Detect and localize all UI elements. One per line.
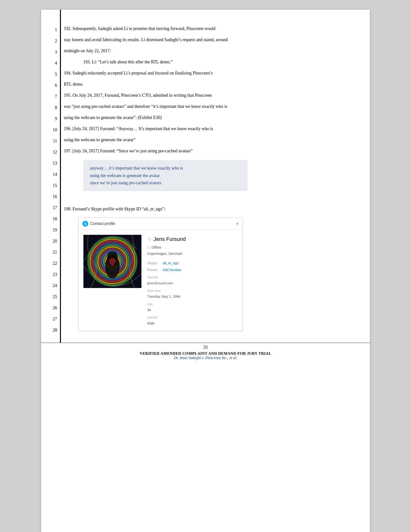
para-196-text2: using the webcam to generate the avatar” <box>64 136 136 143</box>
line-3: 3 <box>41 47 60 57</box>
skype-profile: S Contact profile × <box>78 218 243 331</box>
para-197: 197. [July 24, 2017] Fursund: “Since we’… <box>64 147 355 158</box>
para-195-text1: 195. On July 24, 2017, Fursund, Pinscree… <box>64 92 212 99</box>
phone-value: Add Number <box>162 268 182 272</box>
para-194-text2: RTL demo. <box>64 81 84 88</box>
spacer-line16 <box>64 193 355 205</box>
skype-id-label: Skype: <box>147 260 162 266</box>
line-20: 20 <box>41 236 60 247</box>
para-194-line2: RTL demo. <box>64 80 355 91</box>
skype-header-left: S Contact profile <box>83 220 115 227</box>
page-number: 33 <box>56 345 355 350</box>
line-numbers: 1 2 3 4 5 6 7 8 9 10 11 12 13 14 15 16 1… <box>41 10 60 343</box>
para-196-line1: 196. [July 24, 2017] Fursund: “Anyway… I… <box>64 124 355 135</box>
skype-avatar-image <box>84 235 141 288</box>
para-195-line1: 195. On July 24, 2017, Fursund, Pinscree… <box>64 91 355 102</box>
para-192-text2: stay honest and avoid fabricating its re… <box>64 36 228 43</box>
skype-contact-info: ☆ Jens Fursund Offline Copenhagen, Denma… <box>147 235 238 326</box>
footer-subtitle: Dr. Iman Sadeghi v. Pinscreen Inc., et a… <box>56 356 355 360</box>
line-18: 18 <box>41 213 60 224</box>
line-7: 7 <box>41 91 60 102</box>
chat-bubble: anyway… it’s important that we know exac… <box>83 160 248 191</box>
line-27: 27 <box>41 314 60 324</box>
line-12: 12 <box>41 147 60 158</box>
para-192-line2: stay honest and avoid fabricating its re… <box>64 35 355 47</box>
website-label: Website <box>147 275 238 280</box>
para-197-text: 197. [July 24, 2017] Fursund: “Since we’… <box>64 148 193 154</box>
line-9: 9 <box>41 113 60 124</box>
line-2: 2 <box>41 35 60 47</box>
line-21: 21 <box>41 247 60 258</box>
skype-id-value: alt_er_ego <box>163 261 179 265</box>
age-label: Age <box>147 302 238 307</box>
contact-location: Copenhagen, Denmark <box>147 251 238 256</box>
para-195-text2: was “just using pre-cached avatars” and … <box>64 103 227 110</box>
line-23: 23 <box>41 269 60 280</box>
line-24: 24 <box>41 280 60 291</box>
chat-line2: using the webcam to generate the avatar <box>90 172 241 180</box>
status-circle-icon <box>147 246 150 249</box>
phone-field: Phone: Add Number <box>147 267 238 273</box>
gender-value: Male <box>147 321 238 326</box>
gender-label: Gender <box>147 315 238 320</box>
favorite-star-icon: ☆ <box>147 235 152 243</box>
chat-line3: since we’re just using pre-cached avatar… <box>90 179 241 187</box>
avatar-svg <box>84 235 141 288</box>
line-28: 28 <box>41 324 60 336</box>
phone-label: Phone: <box>147 267 162 273</box>
para-195-text3: using the webcam to generate the avatar”… <box>64 114 162 121</box>
chat-line1: anyway… it’s important that we know exac… <box>90 164 241 172</box>
birthdate-value: Tuesday, May 1, 1984 <box>147 294 238 299</box>
skype-close-button[interactable]: × <box>236 220 239 227</box>
age-value: 34 <box>147 307 238 313</box>
status-text: Offline <box>152 245 161 250</box>
line-25: 25 <box>41 291 60 302</box>
line-1: 1 <box>41 24 60 35</box>
line-14: 14 <box>41 169 60 180</box>
line-17: 17 <box>41 202 60 213</box>
para-192-line1: 192. Subsequently, Sadeghi asked Li to p… <box>64 24 355 35</box>
line-4: 4 <box>41 57 60 69</box>
main-text: 192. Subsequently, Sadeghi asked Li to p… <box>60 10 370 343</box>
para-192-line3: midnight on July 22, 2017: <box>64 47 355 57</box>
para-198-text: 198. Fursund’s Skype profile with Skype … <box>64 206 165 213</box>
line-6: 6 <box>41 80 60 91</box>
footer-title: VERIFIED AMENDED COMPLAINT AND DEMAND FO… <box>56 351 355 356</box>
skype-profile-body: ☆ Jens Fursund Offline Copenhagen, Denma… <box>79 230 243 331</box>
website-value: jens.fursund.com <box>147 281 238 286</box>
line-26: 26 <box>41 302 60 314</box>
skype-status-row: Offline <box>147 245 238 250</box>
para-192-text3: midnight on July 22, 2017: <box>64 48 111 54</box>
line-5: 5 <box>41 69 60 80</box>
skype-header-title: Contact profile <box>90 220 115 227</box>
skype-name-row: ☆ Jens Fursund <box>147 235 238 243</box>
line-11: 11 <box>41 135 60 147</box>
document-page: 1 2 3 4 5 6 7 8 9 10 11 12 13 14 15 16 1… <box>41 10 370 532</box>
para-192-text1: 192. Subsequently, Sadeghi asked Li to p… <box>64 25 215 32</box>
page-footer: 33 VERIFIED AMENDED COMPLAINT AND DEMAND… <box>41 343 370 364</box>
para-193-text: 193. Li: “Let’s talk about this after th… <box>83 58 173 66</box>
birthdate-label: Birth date <box>147 288 238 294</box>
line-13: 13 <box>41 158 60 169</box>
para-198: 198. Fursund’s Skype profile with Skype … <box>64 205 355 216</box>
para-194-text1: 194. Sadeghi reluctantly accepted Li’s p… <box>64 70 213 77</box>
line-22: 22 <box>41 258 60 269</box>
contact-name: Jens Fursund <box>154 235 186 243</box>
para-196-text1: 196. [July 24, 2017] Fursund: “Anyway… I… <box>64 125 213 132</box>
para-196-line2: using the webcam to generate the avatar” <box>64 135 355 147</box>
line-10: 10 <box>41 124 60 135</box>
para-194-line1: 194. Sadeghi reluctantly accepted Li’s p… <box>64 69 355 80</box>
line-19: 19 <box>41 224 60 236</box>
para-193: 193. Li: “Let’s talk about this after th… <box>64 57 355 69</box>
skype-id-field: Skype: alt_er_ego <box>147 260 238 266</box>
para-195-line2: was “just using pre-cached avatars” and … <box>64 102 355 113</box>
line-16: 16 <box>41 191 60 202</box>
skype-logo-icon: S <box>83 221 88 227</box>
skype-profile-header: S Contact profile × <box>79 218 243 230</box>
line-15: 15 <box>41 180 60 191</box>
para-195-line3: using the webcam to generate the avatar”… <box>64 113 355 124</box>
line-8: 8 <box>41 102 60 113</box>
